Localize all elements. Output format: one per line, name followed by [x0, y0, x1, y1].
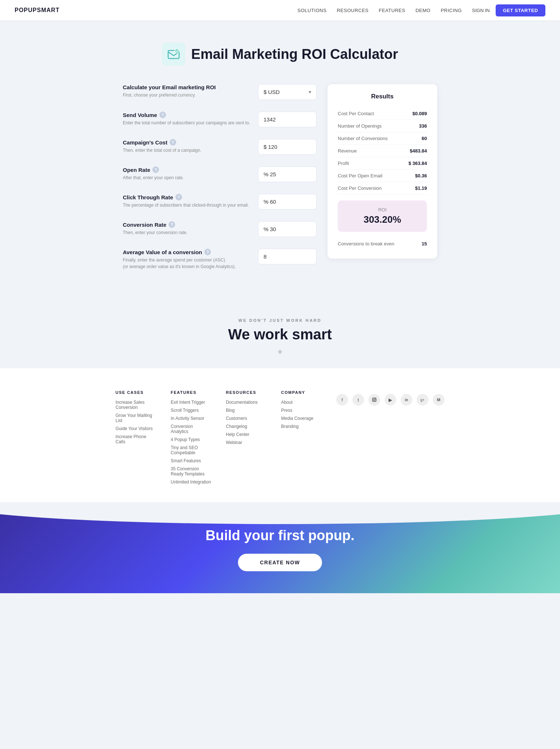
nav-resources[interactable]: RESOURCES	[337, 8, 368, 13]
footer-link-templates[interactable]: 35 Conversion Ready Templates	[171, 466, 211, 477]
send-volume-help-icon[interactable]: ?	[159, 112, 166, 118]
youtube-icon[interactable]: ▶	[385, 394, 396, 406]
open-rate-input[interactable]	[258, 166, 317, 182]
footer-link-conversion-analytics[interactable]: Conversion Analytics	[171, 424, 211, 434]
footer-link-changelog[interactable]: Changelog	[226, 424, 266, 429]
instagram-icon[interactable]	[368, 394, 380, 406]
footer-link-customers[interactable]: Customers	[226, 416, 266, 421]
roi-value: 303.20%	[344, 214, 420, 225]
result-num-openings-label: Number of Openings	[338, 123, 382, 129]
avg-value-help-icon[interactable]: ?	[204, 249, 211, 255]
result-num-conversions-value: 60	[422, 136, 427, 141]
result-num-openings-value: 336	[419, 123, 427, 129]
footer-link-smart-features[interactable]: Smart Features	[171, 458, 211, 463]
work-smart-subtitle: WE DON'T JUST WORK HARD	[7, 318, 553, 323]
page-content: Email Marketing ROI Calculator Calculate…	[116, 20, 444, 296]
send-volume-input-wrap	[258, 112, 317, 127]
footer-use-cases-heading: USE CASES	[116, 390, 156, 395]
footer-link-grow-list[interactable]: Grow Your Mailling List	[116, 413, 156, 423]
footer-banner: Build your first popup. CREATE NOW	[0, 502, 560, 593]
conversion-rate-desc: Then, enter your conversion rate.	[123, 229, 252, 236]
ctr-input[interactable]	[258, 194, 317, 210]
result-break-even: Conversions to break even 15	[338, 238, 427, 250]
nav-pricing[interactable]: PRICING	[441, 8, 462, 13]
footer-link-phone-calls[interactable]: Increase Phone Calls	[116, 434, 156, 444]
currency-desc: First, choose your preferred currency.	[123, 92, 252, 98]
roi-box: ROI 303.20%	[338, 200, 427, 232]
navbar: POPUPSMART SOLUTIONS RESOURCES FEATURES …	[0, 0, 560, 20]
page-title: Email Marketing ROI Calculator	[191, 46, 398, 62]
svg-point-3	[374, 399, 375, 401]
result-profit-value: $ 363.84	[408, 161, 427, 166]
ctr-desc: The percentage of subscribers that click…	[123, 202, 252, 208]
result-break-even-label: Conversions to break even	[338, 241, 394, 246]
send-volume-row: Send Volume ? Enter the total number of …	[123, 112, 317, 127]
ctr-label-block: Click Through Rate ? The percentage of s…	[123, 194, 252, 208]
results-panel: Results Cost Per Contact $0.089 Number o…	[328, 84, 437, 259]
avg-value-row: Average Value of a conversion ? Finally,…	[123, 249, 317, 270]
get-started-button[interactable]: GET STARTED	[496, 4, 545, 16]
nav-demo[interactable]: DEMO	[416, 8, 431, 13]
avg-value-desc: Finally, enter the average spend per cus…	[123, 257, 252, 270]
hero-icon	[162, 42, 185, 66]
twitter-icon[interactable]: t	[352, 394, 364, 406]
calculator-layout: Calculate your Email marketing ROI First…	[123, 84, 437, 282]
google-plus-icon[interactable]: g+	[417, 394, 428, 406]
medium-icon[interactable]: M	[433, 394, 444, 406]
hero-section: Email Marketing ROI Calculator	[123, 42, 437, 66]
campaign-cost-input[interactable]	[258, 139, 317, 155]
footer-link-press[interactable]: Press	[281, 408, 322, 413]
nav-solutions[interactable]: SOLUTIONS	[298, 8, 327, 13]
linkedin-icon[interactable]: in	[401, 394, 412, 406]
footer-link-activity-sensor[interactable]: In Activity Sensor	[171, 416, 211, 421]
result-cost-per-conversion-value: $1.19	[415, 185, 427, 191]
result-cost-per-conversion: Cost Per Conversion $1.19	[338, 182, 427, 195]
footer-link-integration[interactable]: Unlimited Integration	[171, 479, 211, 485]
create-now-button[interactable]: CREATE NOW	[238, 554, 322, 571]
footer-link-increase-sales[interactable]: Increase Sales Conversion	[116, 400, 156, 410]
result-cost-per-contact: Cost Per Contact $0.089	[338, 108, 427, 120]
facebook-icon[interactable]: f	[336, 394, 348, 406]
footer-link-scroll-triggers[interactable]: Scroll Triggers	[171, 408, 211, 413]
social-icons: f t ▶ in g+ M	[336, 394, 444, 406]
campaign-cost-label: Campaign's Cost ?	[123, 139, 252, 146]
currency-label: Calculate your Email marketing ROI	[123, 84, 252, 90]
social-icons-section: f t ▶ in g+ M	[336, 390, 444, 488]
send-volume-input[interactable]	[258, 112, 317, 127]
nav-features[interactable]: FEATURES	[379, 8, 405, 13]
footer-link-help[interactable]: Help Center	[226, 432, 266, 437]
footer-col-use-cases: USE CASES Increase Sales Conversion Grow…	[116, 390, 156, 488]
ctr-help-icon[interactable]: ?	[175, 194, 182, 200]
footer-col-features: FEATURES Exit Intent Trigger Scroll Trig…	[171, 390, 211, 488]
avg-value-input[interactable]	[258, 249, 317, 264]
avg-value-input-wrap	[258, 249, 317, 264]
brand-logo[interactable]: POPUPSMART	[15, 7, 60, 14]
open-rate-desc: After that, enter your open rate.	[123, 174, 252, 181]
signin-link[interactable]: SIGN IN	[472, 8, 489, 13]
campaign-cost-help-icon[interactable]: ?	[170, 139, 176, 146]
banner-title: Build your first popup.	[7, 528, 553, 543]
currency-select[interactable]: $ USD € EUR £ GBP	[258, 84, 317, 100]
footer-link-docs[interactable]: Documentations	[226, 400, 266, 405]
footer-link-media[interactable]: Media Coverage	[281, 416, 322, 421]
footer-link-about[interactable]: About	[281, 400, 322, 405]
conversion-rate-input[interactable]	[258, 221, 317, 237]
footer-link-popup-types[interactable]: 4 Popup Types	[171, 437, 211, 442]
footer-link-branding[interactable]: Branding	[281, 424, 322, 429]
open-rate-help-icon[interactable]: ?	[152, 166, 159, 173]
result-num-openings: Number of Openings 336	[338, 120, 427, 132]
nav-links: SOLUTIONS RESOURCES FEATURES DEMO PRICIN…	[298, 8, 462, 13]
result-revenue-value: $483.84	[410, 148, 427, 154]
ctr-input-wrap	[258, 194, 317, 210]
footer-col-resources: RESOURCES Documentations Blog Customers …	[226, 390, 266, 488]
footer-link-exit-intent[interactable]: Exit Intent Trigger	[171, 400, 211, 405]
footer-link-seo[interactable]: Tiny and SEO Competiable	[171, 445, 211, 455]
avg-value-label-block: Average Value of a conversion ? Finally,…	[123, 249, 252, 270]
footer-link-webinar[interactable]: Webinar	[226, 440, 266, 445]
footer-top: USE CASES Increase Sales Conversion Grow…	[0, 368, 560, 502]
conversion-rate-help-icon[interactable]: ?	[169, 221, 175, 228]
footer-link-blog[interactable]: Blog	[226, 408, 266, 413]
campaign-cost-row: Campaign's Cost ? Then, enter the total …	[123, 139, 317, 155]
result-cost-per-open: Cost Per Open Email $0.36	[338, 170, 427, 182]
footer-link-guide-visitors[interactable]: Guide Your Visitors	[116, 426, 156, 431]
